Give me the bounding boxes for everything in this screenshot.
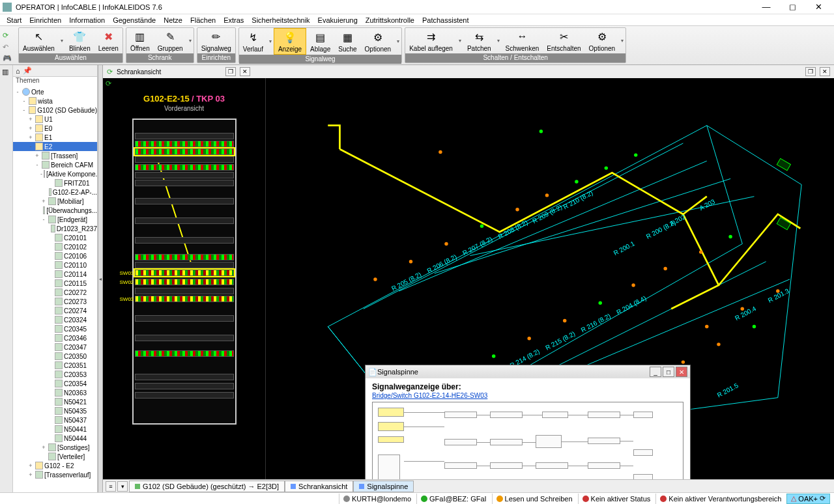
menu-sicherheitstechnik[interactable]: Sicherheitstechnik	[248, 16, 313, 24]
tree-root[interactable]: - Orte	[13, 87, 97, 96]
tree-node[interactable]: C20106	[13, 251, 97, 260]
ribbon-blinken-button[interactable]: 👕Blinken	[65, 28, 94, 53]
tree-node[interactable]: [Überwachungs...	[13, 206, 97, 215]
ribbon-patchen-button[interactable]: ⇆Patchen	[463, 28, 495, 53]
tree-node[interactable]: C20102	[13, 242, 97, 251]
rack-view[interactable]: ⟳ G102-E2-15 / TKP 03 Vorderansicht SW01…	[103, 78, 266, 492]
signal-node[interactable]	[490, 462, 523, 469]
tree-node[interactable]: -wista	[13, 96, 97, 105]
tree-node[interactable]: +U1	[13, 115, 97, 124]
tree-node[interactable]: C20273	[13, 297, 97, 306]
popup-close-button[interactable]: ✕	[676, 367, 687, 377]
ribbon-entschalten-button[interactable]: ✂Entschalten	[543, 28, 584, 53]
tree-node[interactable]: C20110	[13, 260, 97, 270]
home-icon[interactable]: ⌂	[16, 67, 20, 75]
signal-node[interactable]	[490, 412, 523, 418]
tree-node[interactable]: C20272	[13, 288, 97, 297]
refresh-rack-icon[interactable]: ⟳	[106, 79, 115, 89]
rack-unit[interactable]	[135, 217, 234, 224]
ribbon-gruppen-button[interactable]: ✎Gruppen	[154, 28, 187, 53]
rack-unit[interactable]	[135, 148, 234, 155]
expand-icon[interactable]: -	[21, 107, 27, 113]
rack-unit[interactable]	[135, 254, 234, 260]
dropdown-icon[interactable]: ▾	[457, 28, 463, 53]
popup-header[interactable]: 📄 Signalspinne _ □ ✕	[366, 365, 690, 378]
sensor-dot[interactable]	[599, 301, 602, 305]
tree-node[interactable]: -[Endgerät]	[13, 215, 97, 224]
menu-evakuierung[interactable]: Evakuierung	[314, 16, 362, 24]
rack-unit[interactable]	[135, 198, 234, 204]
tree-node[interactable]: C20347	[13, 343, 97, 352]
signal-node[interactable]	[444, 462, 477, 469]
sensor-dot[interactable]	[373, 277, 377, 281]
expand-icon[interactable]: -	[40, 216, 47, 223]
menu-start[interactable]: Start	[3, 16, 25, 24]
tree-node[interactable]: -G102 (SD Gebäude)	[13, 105, 97, 115]
tree-node[interactable]: +[Trassenverlauf]	[13, 470, 97, 479]
dropdown-icon[interactable]: ▾	[495, 28, 502, 53]
tree-node[interactable]: [Verteiler]	[13, 452, 97, 461]
signal-node[interactable]	[588, 438, 620, 444]
rack-frame[interactable]: SW01SW02SW03	[132, 119, 237, 425]
signalspinne-popup[interactable]: 📄 Signalspinne _ □ ✕ Signalweganzeige üb…	[365, 365, 691, 492]
signal-node[interactable]	[378, 408, 404, 417]
rack-unit[interactable]	[135, 164, 234, 171]
sensor-dot[interactable]	[575, 180, 578, 183]
sensor-dot[interactable]	[545, 193, 549, 197]
sensor-dot[interactable]	[682, 360, 685, 363]
rack-unit[interactable]: SW01	[135, 270, 234, 276]
menu-flächen[interactable]: Flächen	[186, 16, 220, 24]
sensor-dot[interactable]	[705, 325, 708, 328]
tree-node[interactable]: C20350	[13, 352, 97, 361]
sensor-dot[interactable]	[409, 260, 412, 263]
tree-node[interactable]: C20274	[13, 306, 97, 315]
tree-node[interactable]: C20345	[13, 324, 97, 333]
game-icon[interactable]: 🎮	[3, 54, 12, 63]
expand-icon[interactable]: -	[27, 143, 34, 150]
tree-view[interactable]: - Orte -wista-G102 (SD Gebäude)+U1+E0+E1…	[13, 86, 97, 492]
menu-zutrittskontrolle[interactable]: Zutrittskontrolle	[362, 16, 418, 24]
rack-unit[interactable]	[135, 392, 234, 399]
sensor-dot[interactable]	[631, 283, 635, 287]
sensor-dot[interactable]	[563, 319, 566, 322]
rack-unit[interactable]	[135, 237, 234, 244]
signal-node[interactable]	[542, 412, 568, 418]
tree-node[interactable]: C20354	[13, 379, 97, 388]
ribbon-verlauf-button[interactable]: ↯Verlauf	[239, 28, 267, 55]
sensor-dot[interactable]	[605, 166, 608, 169]
tree-node[interactable]: +[Sonstiges]	[13, 443, 97, 452]
maximize-button[interactable]: ◻	[779, 1, 805, 14]
popup-link[interactable]: Bridge/Switch G102-E2-14-HE26-SW03	[372, 392, 487, 399]
expand-icon[interactable]: +	[27, 125, 34, 132]
tree-node[interactable]: C20101	[13, 233, 97, 242]
tree-node[interactable]: G102-E2-AP-...	[13, 188, 97, 197]
expand-icon[interactable]: +	[27, 116, 34, 122]
rack-unit[interactable]: SW02	[135, 279, 234, 285]
restore-icon[interactable]: ❐	[225, 67, 236, 76]
tree-node[interactable]: -[Aktive Kompone...	[13, 169, 97, 178]
rack-unit[interactable]	[135, 156, 234, 163]
undo-icon[interactable]: ↶	[3, 43, 12, 52]
refresh-icon[interactable]: ⟳	[107, 68, 113, 76]
ribbon-kabel-auflegen-button[interactable]: ⇉Kabel auflegen	[405, 28, 457, 53]
tree-node[interactable]: -E2	[13, 142, 97, 151]
menu-extras[interactable]: Extras	[220, 16, 248, 24]
signal-node[interactable]	[378, 422, 404, 431]
rack-unit[interactable]	[135, 374, 234, 380]
signal-node[interactable]	[536, 462, 568, 469]
ribbon-suche-button[interactable]: ▦Suche	[334, 28, 360, 55]
sensor-dot[interactable]	[492, 354, 495, 357]
ribbon-optionen-button[interactable]: ⚙Optionen	[585, 28, 620, 53]
signal-node[interactable]	[490, 439, 523, 445]
expand-icon[interactable]: +	[27, 462, 34, 469]
expand-icon[interactable]: -	[21, 98, 27, 104]
menu-einrichten[interactable]: Einrichten	[25, 16, 65, 24]
dropdown-icon[interactable]: ▾	[59, 28, 65, 53]
ribbon-schwenken-button[interactable]: ↔Schwenken	[502, 28, 543, 53]
sensor-dot[interactable]	[527, 337, 530, 340]
status-oak[interactable]: △OAK+⟳	[786, 494, 830, 504]
ribbon-leeren-button[interactable]: ✖Leeren	[94, 28, 122, 53]
restore-main-icon[interactable]: ❐	[805, 67, 816, 76]
ribbon-ablage-button[interactable]: ▤Ablage	[306, 28, 334, 55]
bottom-tab[interactable]: Schrankansicht	[285, 481, 353, 492]
